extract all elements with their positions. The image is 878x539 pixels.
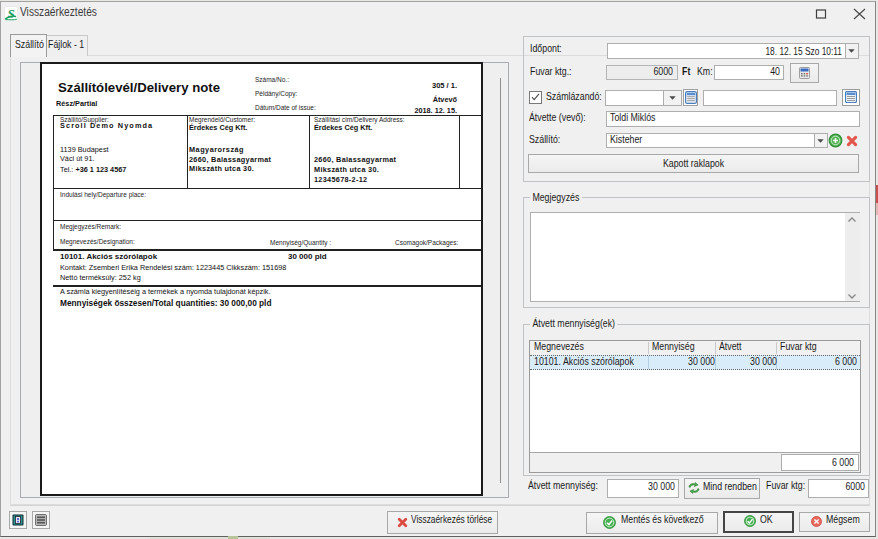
svg-text:S: S xyxy=(8,6,15,21)
